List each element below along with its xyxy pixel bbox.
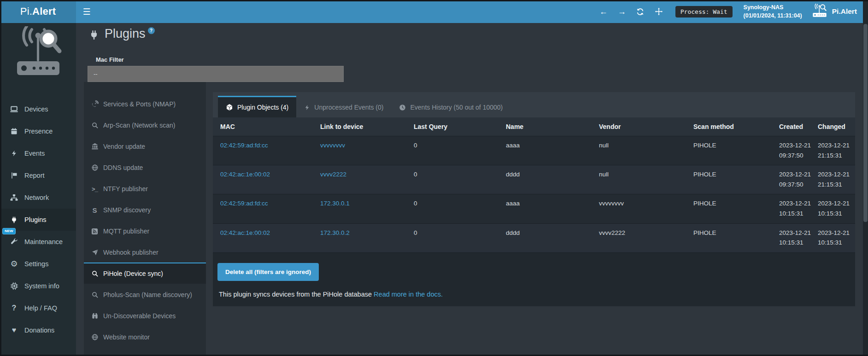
tab-content: MAC Link to device Last Query Name Vendo… xyxy=(213,117,855,306)
vendor-cell: vvvvvvvv xyxy=(592,194,686,223)
sidebar-item-devices[interactable]: Devices xyxy=(0,98,76,120)
forward-arrow-icon[interactable]: → xyxy=(617,7,627,16)
mac-link[interactable]: 02:42:ac:1e:00:02 xyxy=(220,229,270,236)
created-cell: 2023-12-21 10:15:31 xyxy=(777,223,816,252)
column-header-vendor[interactable]: Vendor xyxy=(592,117,686,136)
column-header-link[interactable]: Link to device xyxy=(313,117,406,136)
host-info: Synology-NAS (01/01/2024, 11:31:04) xyxy=(744,3,802,20)
column-header-created[interactable]: Created xyxy=(777,117,816,136)
scrollbar-thumb[interactable] xyxy=(863,24,868,222)
plugin-nav-item-website-monitor[interactable]: Website monitor xyxy=(84,326,206,347)
name-cell: aaaa xyxy=(499,136,592,165)
back-arrow-icon[interactable]: ← xyxy=(599,7,608,16)
host-timestamp: (01/01/2024, 11:31:04) xyxy=(744,12,802,20)
plugin-description: This plugin syncs devices from the PiHol… xyxy=(219,291,855,298)
plugin-nav-item-vendor-update[interactable]: Vendor update xyxy=(84,135,206,157)
sidebar-item-network[interactable]: Network xyxy=(0,187,76,209)
brand-suffix: Alert xyxy=(32,6,56,18)
sidebar-toggle-button[interactable]: ☰ xyxy=(76,0,97,23)
gear-icon: ⚙ xyxy=(9,260,19,268)
sidebar-item-settings[interactable]: ⚙ Settings xyxy=(0,253,76,275)
device-link[interactable]: 172.30.0.1 xyxy=(320,200,350,207)
process-status-badge: Process: Wait xyxy=(675,6,733,18)
name-cell: aaaa xyxy=(499,194,592,223)
router-scan-logo xyxy=(12,26,64,77)
main-sidebar: Devices Presence Events Report Network P xyxy=(0,23,76,356)
changed-cell: 2023-12-21 10:15:31 xyxy=(816,194,855,223)
chip-icon xyxy=(9,282,19,290)
top-navbar: Pi.Alert ☰ ← → Process: Wait Synology-NA… xyxy=(0,0,868,23)
sidebar-item-report[interactable]: Report xyxy=(0,164,76,187)
sidebar-item-system-info[interactable]: System info xyxy=(0,275,76,297)
app-logo[interactable]: Pi.Alert xyxy=(0,0,76,23)
plugin-nav-label: Un-Discoverable Devices xyxy=(103,312,176,320)
device-link[interactable]: vvvv2222 xyxy=(320,171,346,178)
host-name: Synology-NAS xyxy=(744,3,802,12)
plugin-nav-item-services-ports[interactable]: Services & Ports (NMAP) xyxy=(84,93,206,114)
column-header-changed[interactable]: Changed xyxy=(816,117,855,136)
changed-cell: 2023-12-21 21:15:31 xyxy=(816,136,855,165)
created-cell: 2023-12-21 10:15:31 xyxy=(777,194,816,223)
tab-plugin-objects[interactable]: Plugin Objects (4) xyxy=(218,96,296,117)
column-header-scan-method[interactable]: Scan method xyxy=(686,117,777,136)
sidebar-item-label: Presence xyxy=(24,128,53,135)
question-icon: ? xyxy=(9,304,19,312)
name-cell: dddd xyxy=(499,165,592,194)
maximize-move-icon[interactable] xyxy=(654,7,663,16)
sitemap-icon xyxy=(9,193,19,202)
plugin-nav-item-pihole[interactable]: PiHole (Device sync) xyxy=(84,263,206,284)
sidebar-item-presence[interactable]: Presence xyxy=(0,120,76,142)
plugin-nav-item-webhook-publisher[interactable]: Webhook publisher xyxy=(84,241,206,263)
tab-events-history[interactable]: Events History (50 out of 10000) xyxy=(391,96,510,117)
sidebar-item-plugins[interactable]: Plugins xyxy=(0,209,76,231)
changed-cell: 2023-12-21 21:15:31 xyxy=(816,165,855,194)
plugin-nav-item-snmp-discovery[interactable]: S SNMP discovery xyxy=(84,199,206,220)
sidebar-item-maintenance[interactable]: NEW Maintenance xyxy=(0,231,76,253)
refresh-icon[interactable] xyxy=(636,7,645,16)
table-row: 02:42:ac:1e:00:02 172.30.0.2 0 dddd vvvv… xyxy=(213,223,855,252)
plugin-nav-item-ntfy-publisher[interactable]: >_ NTFY publisher xyxy=(84,178,206,199)
hamburger-icon: ☰ xyxy=(82,6,90,17)
tab-unprocessed-events[interactable]: Unprocessed Events (0) xyxy=(296,96,391,117)
table-row: 02:42:59:ad:fd:cc vvvvvvvv 0 aaaa null P… xyxy=(213,136,855,165)
help-badge[interactable]: ? xyxy=(148,27,155,34)
plugin-content-panel: Plugin Objects (4) Unprocessed Events (0… xyxy=(213,92,855,306)
sidebar-item-label: Maintenance xyxy=(24,238,63,245)
clock-icon xyxy=(399,104,406,111)
page-scrollbar[interactable] xyxy=(863,0,868,356)
mac-link[interactable]: 02:42:59:ad:fd:cc xyxy=(220,200,268,207)
letter-s-icon: S xyxy=(90,206,99,214)
brand-prefix: Pi. xyxy=(20,6,32,18)
plugin-nav-label: Vendor update xyxy=(103,143,145,150)
plugin-nav-item-pholus-scan[interactable]: Pholus-Scan (Name discovery) xyxy=(84,284,206,305)
mac-filter-input[interactable] xyxy=(88,66,344,82)
column-header-name[interactable]: Name xyxy=(499,117,592,136)
mac-link[interactable]: 02:42:ac:1e:00:02 xyxy=(220,171,270,178)
device-link[interactable]: 172.30.0.2 xyxy=(320,229,350,236)
sidebar-item-donations[interactable]: ♥ Donations xyxy=(0,319,76,341)
plugin-nav-label: SNMP discovery xyxy=(103,206,151,214)
bolt-icon xyxy=(304,104,310,111)
device-link[interactable]: vvvvvvvv xyxy=(320,142,345,149)
changed-cell: 2023-12-21 10:15:31 xyxy=(816,223,855,252)
plugin-nav-item-undiscoverable-devices[interactable]: Un-Discoverable Devices xyxy=(84,305,206,326)
tab-bar: Plugin Objects (4) Unprocessed Events (0… xyxy=(213,92,855,117)
read-docs-link[interactable]: Read more in the docs. xyxy=(374,291,443,298)
plugin-nav-item-arp-scan[interactable]: Arp-Scan (Network scan) xyxy=(84,114,206,135)
wrench-icon xyxy=(9,238,19,246)
name-cell: dddd xyxy=(499,223,592,252)
column-header-mac[interactable]: MAC xyxy=(213,117,313,136)
calendar-icon xyxy=(9,127,19,135)
sidebar-item-help-faq[interactable]: ? Help / FAQ xyxy=(0,297,76,319)
column-header-last-query[interactable]: Last Query xyxy=(406,117,499,136)
sidebar-item-label: Donations xyxy=(24,327,54,334)
plugin-nav-item-mqtt-publisher[interactable]: MQTT publisher xyxy=(84,220,206,241)
sidebar-item-events[interactable]: Events xyxy=(0,142,76,164)
plugin-nav-item-ddns-update[interactable]: DDNS update xyxy=(84,157,206,178)
sidebar-item-label: Devices xyxy=(24,105,48,113)
vendor-cell: vvvv2222 xyxy=(592,223,686,252)
plugin-nav-label: Arp-Scan (Network scan) xyxy=(103,122,175,129)
mac-link[interactable]: 02:42:59:ad:fd:cc xyxy=(220,142,268,149)
app-name: Pi.Alert xyxy=(832,7,857,16)
delete-all-button[interactable]: Delete all (filters are ignored) xyxy=(217,263,319,281)
